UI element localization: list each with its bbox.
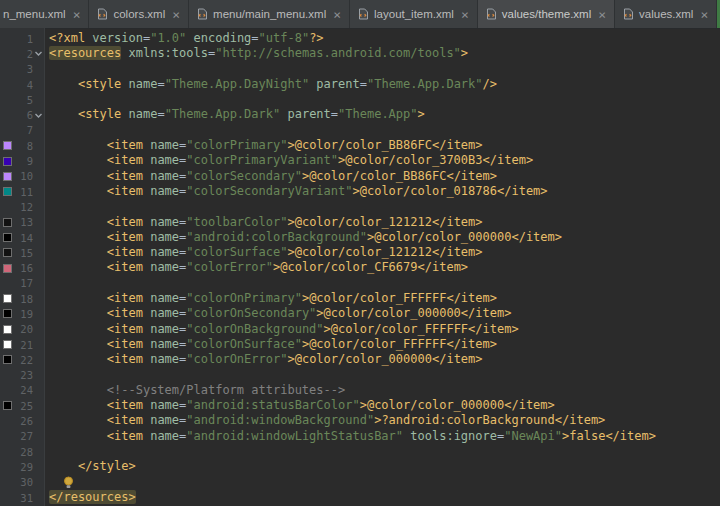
code-line[interactable]: 31</resources>	[0, 490, 720, 505]
tab-close-icon[interactable]: ×	[700, 8, 708, 21]
code-line[interactable]: 25 <item name="android:statusBarColor">@…	[0, 398, 720, 413]
code-text[interactable]: <?xml version="1.0" encoding="utf-8"?>	[44, 31, 324, 46]
code-text[interactable]: <item name="colorSurface">@color/color_1…	[44, 245, 483, 260]
code-text[interactable]: <item name="colorOnPrimary">@color/color…	[44, 291, 497, 306]
code-text[interactable]: <item name="android:windowBackground">?a…	[44, 413, 605, 428]
code-line[interactable]: 12	[0, 199, 720, 214]
color-swatch[interactable]	[3, 187, 12, 196]
color-swatch[interactable]	[3, 309, 12, 318]
tab-bar: n_menu.xml×colors.xml×menu/main_menu.xml…	[0, 0, 720, 29]
gutter-swatch-cell	[0, 340, 14, 349]
code-line[interactable]: 26 <item name="android:windowBackground"…	[0, 413, 720, 428]
code-text[interactable]: <style name="Theme.App.Dark" parent="The…	[44, 107, 425, 122]
code-line[interactable]: 19 <item name="colorOnSecondary">@color/…	[0, 306, 720, 321]
code-text[interactable]: </style>	[44, 459, 136, 474]
code-token: "colorError"	[186, 260, 273, 274]
code-line[interactable]: 24 <!--System/Platform attributes-->	[0, 383, 720, 398]
code-line[interactable]: 27 <item name="android:windowLightStatus…	[0, 429, 720, 444]
code-token	[49, 245, 107, 259]
code-line[interactable]: 14 <item name="android:colorBackground">…	[0, 230, 720, 245]
code-line[interactable]: 29 </style>	[0, 459, 720, 474]
code-token: "colorOnSecondary"	[186, 306, 316, 320]
code-line[interactable]: 15 <item name="colorSurface">@color/colo…	[0, 245, 720, 260]
code-text[interactable]: <!--System/Platform attributes-->	[44, 383, 345, 398]
fold-chevron-down-icon[interactable]	[33, 111, 44, 120]
tab-close-icon[interactable]: ×	[73, 8, 81, 21]
code-line[interactable]: 17	[0, 276, 720, 291]
code-text[interactable]: <item name="colorError">@color/color_CF6…	[44, 260, 468, 275]
code-line[interactable]: 30	[0, 475, 720, 490]
code-line[interactable]: 16 <item name="colorError">@color/color_…	[0, 260, 720, 275]
tab-menu-main-menu-xml[interactable]: menu/main_menu.xml×	[189, 0, 350, 28]
code-text[interactable]: <item name="toolbarColor">@color/color_1…	[44, 215, 483, 230]
tab-label: layout_item.xml	[374, 8, 454, 20]
tab-close-icon[interactable]: ×	[333, 8, 341, 21]
code-text[interactable]: <item name="colorSecondary">@color/color…	[44, 169, 497, 184]
color-swatch[interactable]	[3, 294, 12, 303]
lightbulb-icon[interactable]	[63, 476, 74, 489]
code-line[interactable]: 7	[0, 123, 720, 138]
code-text[interactable]: <item name="colorPrimaryVariant">@color/…	[44, 153, 533, 168]
line-number: 21	[14, 339, 33, 351]
code-line[interactable]: 2<resources xmlns:tools="http://schemas.…	[0, 46, 720, 61]
tab-colors-xml[interactable]: colors.xml×	[89, 0, 189, 28]
code-text[interactable]: <item name="colorSecondaryVariant">@colo…	[44, 184, 548, 199]
color-swatch[interactable]	[3, 233, 12, 242]
color-swatch[interactable]	[3, 325, 12, 334]
code-line[interactable]: 9 <item name="colorPrimaryVariant">@colo…	[0, 153, 720, 168]
code-line[interactable]: 23	[0, 368, 720, 383]
code-line[interactable]: 20 <item name="colorOnBackground">@color…	[0, 322, 720, 337]
code-line[interactable]: 6 <style name="Theme.App.Dark" parent="T…	[0, 107, 720, 122]
code-text[interactable]: <item name="colorOnError">@color/color_0…	[44, 352, 483, 367]
color-swatch[interactable]	[3, 248, 12, 257]
tab-n-menu-xml[interactable]: n_menu.xml×	[0, 0, 89, 28]
tab-values-theme-xml[interactable]: values/theme.xml×	[478, 0, 615, 28]
tab-layout-item-xml[interactable]: layout_item.xml×	[350, 0, 478, 28]
code-line[interactable]: 13 <item name="toolbarColor">@color/colo…	[0, 215, 720, 230]
color-swatch[interactable]	[3, 340, 12, 349]
color-swatch[interactable]	[3, 141, 12, 150]
code-token: <item	[107, 215, 150, 229]
tab-close-icon[interactable]: ×	[461, 8, 469, 21]
code-line[interactable]: 1<?xml version="1.0" encoding="utf-8"?>	[0, 31, 720, 46]
tab-label: menu/main_menu.xml	[213, 8, 326, 20]
code-text[interactable]: <resources xmlns:tools="http://schemas.a…	[44, 46, 468, 61]
code-token: version	[92, 31, 143, 45]
code-text[interactable]: <style name="Theme.App.DayNight" parent=…	[44, 77, 497, 92]
code-text[interactable]: <item name="colorPrimary">@color/color_B…	[44, 138, 483, 153]
code-text[interactable]	[44, 475, 74, 490]
color-swatch[interactable]	[3, 172, 12, 181]
color-swatch[interactable]	[3, 401, 12, 410]
color-swatch[interactable]	[3, 264, 12, 273]
color-swatch[interactable]	[3, 355, 12, 364]
code-text[interactable]: <item name="android:statusBarColor">@col…	[44, 398, 555, 413]
code-text[interactable]: <item name="android:windowLightStatusBar…	[44, 429, 656, 444]
line-number: 27	[14, 430, 33, 442]
code-line[interactable]: 11 <item name="colorSecondaryVariant">@c…	[0, 184, 720, 199]
code-text[interactable]: <item name="android:colorBackground">@co…	[44, 230, 562, 245]
code-line[interactable]: 22 <item name="colorOnError">@color/colo…	[0, 352, 720, 367]
code-line[interactable]: 10 <item name="colorSecondary">@color/co…	[0, 169, 720, 184]
code-text[interactable]: </resources>	[44, 490, 136, 505]
code-text[interactable]: <item name="colorOnSurface">@color/color…	[44, 337, 497, 352]
color-swatch[interactable]	[3, 157, 12, 166]
tab-close-icon[interactable]: ×	[598, 8, 606, 21]
code-text[interactable]: <item name="colorOnSecondary">@color/col…	[44, 306, 511, 321]
color-swatch[interactable]	[3, 218, 12, 227]
tab-close-icon[interactable]: ×	[172, 8, 180, 21]
code-line[interactable]: 5	[0, 92, 720, 107]
code-editor[interactable]: 1<?xml version="1.0" encoding="utf-8"?>2…	[0, 28, 720, 506]
code-line[interactable]: 28	[0, 444, 720, 459]
code-token: >	[352, 184, 359, 198]
code-token	[49, 107, 78, 121]
code-line[interactable]: 3	[0, 62, 720, 77]
code-token: <item	[107, 260, 150, 274]
line-number: 6	[14, 109, 33, 121]
code-line[interactable]: 18 <item name="colorOnPrimary">@color/co…	[0, 291, 720, 306]
code-line[interactable]: 4 <style name="Theme.App.DayNight" paren…	[0, 77, 720, 92]
code-text[interactable]: <item name="colorOnBackground">@color/co…	[44, 322, 519, 337]
fold-chevron-down-icon[interactable]	[33, 49, 44, 58]
code-line[interactable]: 8 <item name="colorPrimary">@color/color…	[0, 138, 720, 153]
tab-values-xml[interactable]: values.xml×	[615, 0, 717, 28]
code-line[interactable]: 21 <item name="colorOnSurface">@color/co…	[0, 337, 720, 352]
